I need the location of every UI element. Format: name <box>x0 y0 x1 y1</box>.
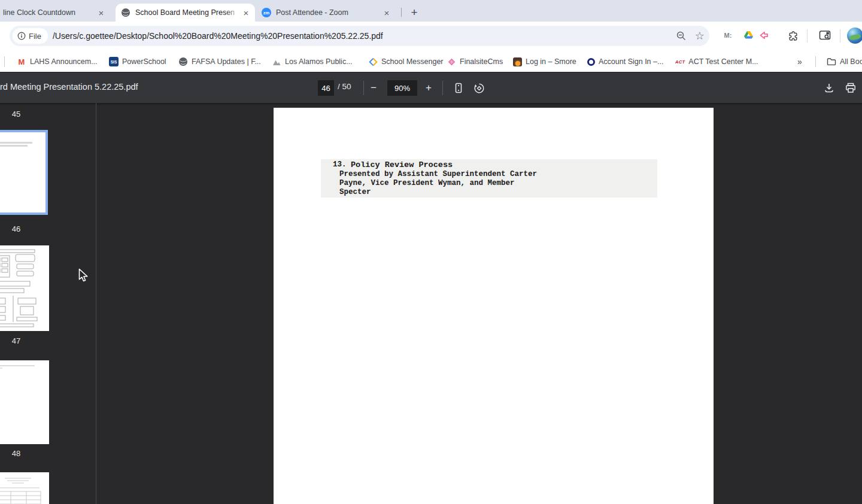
extensions-puzzle-icon[interactable] <box>786 28 800 42</box>
zoom-level-input[interactable]: 90% <box>387 80 417 96</box>
bookmark-smore-login[interactable]: Log in – Smore <box>513 53 576 70</box>
page-number-input[interactable]: 46 <box>318 80 334 96</box>
agenda-item-line: Presented by Assistant Superintendent Ca… <box>339 170 537 178</box>
bookmark-act-test-center[interactable]: ACT ACT Test Center M... <box>675 53 758 70</box>
zoom-favicon-icon: zm <box>262 8 271 17</box>
tab-title: line Clock Countdown <box>3 8 96 17</box>
smore-flame-icon <box>513 57 522 66</box>
globe-icon <box>178 57 188 66</box>
agenda-item-title: Policy Review Process <box>351 160 453 169</box>
file-scheme-chip[interactable]: File <box>13 28 48 44</box>
pdf-toolbar: rd Meeting Presentation 5.22.25.pdf 46 /… <box>0 72 862 103</box>
bookmark-fafsa-updates[interactable]: FAFSA Updates | F... <box>178 53 261 70</box>
thumbnail-page-46[interactable] <box>0 130 48 215</box>
tab-zoom-attendee[interactable]: zm Post Attendee - Zoom × <box>258 4 394 22</box>
fit-to-page-button[interactable] <box>453 82 465 94</box>
bookmark-school-messenger[interactable]: School Messenger <box>368 53 444 70</box>
agenda-item-line: Payne, Vice President Wyman, and Member <box>339 179 515 187</box>
pdf-document-title: rd Meeting Presentation 5.22.25.pdf <box>0 82 138 92</box>
side-panel-search-icon[interactable] <box>818 28 832 42</box>
bookmarks-overflow-chevron[interactable]: » <box>794 53 806 70</box>
bookmark-lahs-announcements[interactable]: M LAHS Announcem... <box>17 53 98 70</box>
mountain-icon <box>272 57 281 66</box>
close-icon[interactable]: × <box>381 8 392 18</box>
pdf-toolbar-divider <box>363 81 364 95</box>
bookmarks-bar: M LAHS Announcem... SIS PowerSchool FAFS… <box>0 51 862 72</box>
act-logo-icon: ACT <box>675 59 685 65</box>
thumbnail-page-49[interactable] <box>0 472 49 504</box>
thumbnail-page-48[interactable] <box>0 360 49 444</box>
download-button[interactable] <box>823 82 835 94</box>
mouse-cursor <box>78 268 89 286</box>
thumbnail-page-47[interactable] <box>0 245 49 331</box>
sis-icon: SIS <box>109 57 119 66</box>
all-bookmarks-button[interactable]: All Book <box>827 53 862 70</box>
pink-diamond-icon <box>447 57 456 66</box>
bookmark-account-sign-in[interactable]: Account Sign In –... <box>587 53 663 70</box>
bookmark-powerschool[interactable]: SIS PowerSchool <box>109 53 166 70</box>
bookmarks-divider <box>815 56 816 67</box>
print-button[interactable] <box>845 82 857 94</box>
profile-avatar[interactable] <box>847 28 862 44</box>
gmail-icon: M <box>17 57 26 66</box>
thumbnail-label-48: 48 <box>0 449 32 458</box>
tab-clock-countdown[interactable]: line Clock Countdown × <box>0 4 107 22</box>
zoom-status-icon[interactable] <box>676 31 687 41</box>
close-icon[interactable]: × <box>241 8 251 18</box>
sidebar-divider <box>96 103 96 504</box>
address-bar[interactable]: File /Users/c.goettee/Desktop/School%20B… <box>10 26 709 46</box>
pdf-globe-favicon-icon <box>121 8 130 17</box>
google-drive-extension-icon[interactable] <box>741 28 755 42</box>
page-count-label: / 50 <box>338 82 351 91</box>
pdf-viewer-area: 45 46 <box>0 103 862 504</box>
info-icon <box>17 32 26 40</box>
folder-icon <box>827 57 836 66</box>
agenda-item-number: 13. <box>333 160 347 169</box>
zoom-out-button[interactable]: − <box>366 80 381 96</box>
url-text[interactable]: /Users/c.goettee/Desktop/School%20Board%… <box>53 31 383 41</box>
close-icon[interactable]: × <box>96 8 107 18</box>
zoom-in-button[interactable]: + <box>421 80 436 96</box>
browser-toolbar: File /Users/c.goettee/Desktop/School%20B… <box>0 22 862 51</box>
tab-strip: line Clock Countdown × School Board Meet… <box>0 0 862 22</box>
new-tab-button[interactable]: + <box>407 5 421 20</box>
agenda-item-box: 13. Policy Review Process Presented by A… <box>321 159 657 198</box>
rotate-button[interactable] <box>473 82 485 94</box>
agenda-item-line: Specter <box>339 188 371 196</box>
browser-window: line Clock Countdown × School Board Meet… <box>0 0 862 504</box>
tab-divider <box>401 8 402 17</box>
file-chip-label: File <box>29 32 41 41</box>
thumbnail-label-45: 45 <box>0 110 32 119</box>
pdf-toolbar-divider <box>442 81 443 95</box>
toolbar-divider <box>807 29 808 42</box>
pdf-page-46[interactable]: 13. Policy Review Process Presented by A… <box>274 108 714 504</box>
m-extension-icon[interactable]: M: <box>721 28 735 42</box>
diamond-icon <box>368 57 378 66</box>
bookmarks-divider <box>4 56 5 67</box>
bookmark-star-icon[interactable]: ☆ <box>695 31 705 41</box>
pink-arrow-extension-icon[interactable] <box>757 28 771 42</box>
toolbar-divider <box>840 29 840 42</box>
bookmark-los-alamos-public[interactable]: Los Alamos Public... <box>272 53 353 70</box>
tab-school-board-pdf[interactable]: School Board Meeting Presen × <box>116 4 255 22</box>
thumbnail-label-46: 46 <box>0 224 32 233</box>
thumbnail-label-47: 47 <box>0 336 32 345</box>
navy-ring-icon <box>587 58 595 66</box>
tab-title-fade <box>225 4 241 22</box>
bookmark-finalsitecms[interactable]: FinalsiteCms <box>447 53 503 70</box>
tab-title: Post Attendee - Zoom <box>276 8 381 17</box>
